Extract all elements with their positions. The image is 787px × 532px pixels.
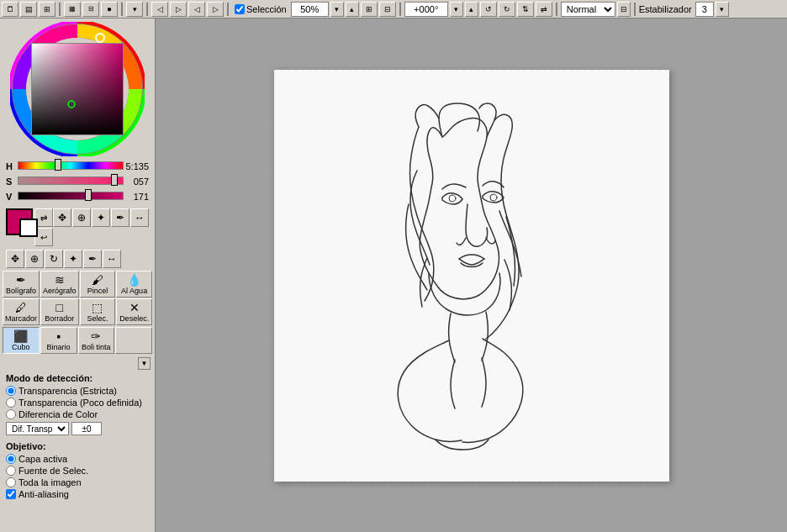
detection-radio-input-0[interactable]	[6, 386, 16, 396]
nav-right[interactable]: ▷	[170, 2, 187, 17]
canvas-area[interactable]	[156, 18, 787, 532]
stab-down[interactable]: ▾	[716, 2, 729, 17]
color-swatches[interactable]	[6, 208, 31, 242]
v-row: V 171	[6, 190, 149, 203]
detection-radio-input-2[interactable]	[6, 409, 16, 419]
brush-tool-eraser[interactable]: □ Borrador	[40, 298, 79, 325]
objetivo-title: Objetivo:	[6, 441, 149, 451]
toolbar-grid-2[interactable]: ⊟	[82, 2, 99, 17]
objetivo-option-1: Fuente de Selec.	[18, 466, 88, 476]
h-thumb[interactable]	[55, 159, 61, 171]
v-thumb[interactable]	[85, 189, 92, 201]
detection-radio-1: Transparencia (Poco definida)	[6, 398, 149, 408]
objetivo-option-0: Capa activa	[18, 454, 67, 464]
svg-rect-10	[274, 70, 669, 482]
brush-tool-water[interactable]: 💧 Al Agua	[116, 271, 152, 298]
scroll-btn-row: ▼	[3, 357, 152, 370]
toolbar-circle[interactable]: ●	[101, 2, 118, 17]
rot-down[interactable]: ▾	[450, 2, 463, 17]
rot-btn2[interactable]: ↻	[499, 2, 515, 17]
sep-4	[227, 3, 229, 16]
detection-radio-2: Diferencia de Color	[6, 409, 149, 419]
zoom-up[interactable]: ▴	[346, 2, 359, 17]
objetivo-radio-0: Capa activa	[6, 454, 149, 464]
objetivo-radio-input-1[interactable]	[6, 466, 16, 476]
anti-aliasing-checkbox[interactable]	[6, 489, 16, 499]
color-wheel-container[interactable]	[10, 22, 145, 156]
rot-btn3[interactable]: ⇅	[517, 2, 534, 17]
brush-tool-airbrush[interactable]: ≋ Aerógrafo	[40, 271, 79, 298]
rot-up[interactable]: ▴	[465, 2, 478, 17]
objetivo-radio-input-0[interactable]	[6, 454, 16, 464]
v-slider[interactable]	[18, 192, 124, 202]
toolbar-icon-2[interactable]: ▤	[20, 2, 37, 17]
tool-hand[interactable]: ✦	[92, 208, 110, 227]
rot-btn4[interactable]: ⇄	[536, 2, 552, 17]
rot-btn1[interactable]: ↺	[480, 2, 497, 17]
objetivo-radio-input-2[interactable]	[6, 477, 16, 487]
brush-tool-select[interactable]: ⬚ Selec.	[80, 298, 116, 325]
tool-binary[interactable]: ▪ Binario	[40, 327, 77, 354]
dif-transp-select[interactable]: Dif. Transp	[6, 422, 69, 435]
toolbar-icon-1[interactable]: 🗒	[2, 2, 18, 17]
bucket-icon: ⬛	[5, 329, 37, 343]
tool-extra[interactable]	[115, 327, 152, 354]
background-swatch[interactable]	[19, 219, 38, 237]
scroll-down-btn[interactable]: ▼	[138, 357, 151, 370]
nav-tool-grid: ✥ ⊕ ✦ ✒ ↔	[53, 208, 149, 227]
tool-ink[interactable]: ✑ Boli tinta	[78, 327, 115, 354]
toolbar-grid-1[interactable]: ▦	[64, 2, 81, 17]
zoom-input[interactable]	[291, 2, 329, 17]
tool-zoom[interactable]: ⊕	[72, 208, 91, 227]
brush-tool-deselect[interactable]: ✕ Deselec.	[116, 298, 152, 325]
detection-title: Modo de detección:	[6, 373, 149, 383]
blend-mode-select[interactable]: Normal	[561, 2, 615, 17]
objetivo-radio-1: Fuente de Selec.	[6, 466, 149, 476]
s-label: S	[6, 176, 16, 187]
tool-t3[interactable]: ↻	[45, 250, 63, 268]
rotation-input[interactable]	[404, 2, 448, 17]
binary-label: Binario	[43, 343, 75, 351]
tool-t6[interactable]: ↔	[103, 250, 121, 268]
stabilizer-input[interactable]	[695, 2, 714, 17]
s-thumb[interactable]	[111, 174, 118, 186]
tool-eyedrop[interactable]: ✒	[111, 208, 129, 227]
toolbar-dropdown[interactable]: ▾	[126, 2, 143, 17]
brush-tools-grid: ✒ Bolígrafo ≋ Aerógrafo 🖌 Pincel 💧 Al Ag…	[3, 271, 152, 325]
nav-right2[interactable]: ▷	[207, 2, 224, 17]
tool-t5[interactable]: ✒	[83, 250, 102, 268]
tool-bucket[interactable]: ⬛ Cubo	[3, 327, 40, 354]
detection-radio-input-1[interactable]	[6, 398, 16, 408]
brush-tool-pen[interactable]: ✒ Bolígrafo	[3, 271, 40, 298]
nav-left2[interactable]: ◁	[188, 2, 205, 17]
v-track	[18, 192, 124, 200]
left-panel: H 5:135 S 057 V	[0, 18, 156, 532]
tool-arrow[interactable]: ↔	[130, 208, 149, 227]
zoom-btn[interactable]: ⊞	[361, 2, 378, 17]
tool-t1[interactable]: ✥	[6, 250, 24, 268]
h-slider[interactable]	[18, 161, 124, 171]
tool-t4[interactable]: ✦	[64, 250, 82, 268]
zoom-btn2[interactable]: ⊟	[379, 2, 396, 17]
blend-btn[interactable]: ⊟	[617, 2, 631, 17]
dif-transp-row: Dif. Transp	[6, 422, 149, 435]
dif-transp-input[interactable]	[71, 422, 102, 435]
brush-tool-marker[interactable]: 🖊 Marcador	[3, 298, 40, 325]
tool-move[interactable]: ✥	[53, 208, 71, 227]
h-label: H	[6, 161, 16, 171]
nav-left[interactable]: ◁	[151, 2, 168, 17]
selection-checkbox[interactable]	[235, 4, 245, 14]
eraser-label: Borrador	[43, 314, 77, 323]
s-slider[interactable]	[18, 176, 124, 187]
water-label: Al Agua	[121, 287, 147, 295]
zoom-down[interactable]: ▾	[330, 2, 344, 17]
tool-t2[interactable]: ⊕	[25, 250, 44, 268]
stabilizer-label: Estabilizador	[639, 4, 692, 14]
top-toolbar: 🗒 ▤ ⊞ ▦ ⊟ ● ▾ ◁ ▷ ◁ ▷ Selección ▾ ▴ ⊞ ⊟ …	[0, 0, 787, 18]
ink-icon: ✑	[81, 329, 113, 343]
anti-aliasing-row: Anti-aliasing	[6, 489, 149, 499]
brush-tool-brush[interactable]: 🖌 Pincel	[80, 271, 116, 298]
toolbar-icon-3[interactable]: ⊞	[39, 2, 55, 17]
pen-label: Bolígrafo	[5, 287, 37, 295]
color-wheel-overlay[interactable]	[10, 22, 145, 156]
